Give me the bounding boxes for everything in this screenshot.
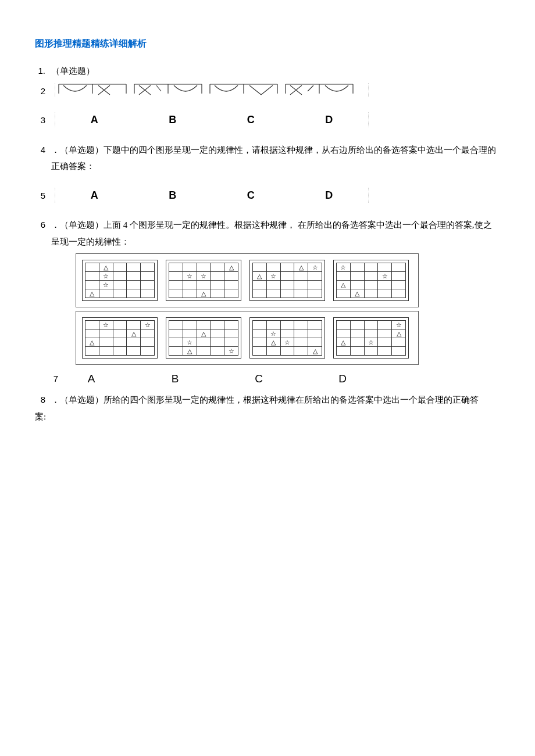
grid-label-b[interactable]: B	[137, 368, 213, 389]
q1-line: 1. （单选题）	[35, 63, 500, 80]
mini-grid: ☆△△☆	[333, 317, 409, 359]
q1-text: （单选题）	[51, 63, 500, 80]
row-3-number: 3	[35, 112, 51, 129]
grid-bottom-row: ☆☆△△△☆△☆☆△☆△☆△△☆	[76, 311, 419, 365]
mini-grid: ☆△☆△	[249, 317, 325, 359]
arc-fig-d-icon	[284, 83, 354, 97]
row-3: 3 A B C D	[35, 112, 500, 129]
mini-grid: ☆☆△△	[82, 317, 158, 359]
grid-block: △☆☆△△☆☆△△☆△☆☆☆△△ ☆☆△△△☆△☆☆△☆△☆△△☆ 7 A B …	[76, 253, 500, 389]
option-d-5[interactable]: D	[290, 188, 369, 203]
q4-text: ．（单选题）下题中的四个图形呈现一定的规律性，请根据这种规律，从右边所给出的备选…	[51, 142, 500, 175]
arc-fig-b-icon	[133, 83, 203, 97]
mini-grid: △☆△☆	[166, 317, 241, 359]
option-row-3: A B C D	[55, 112, 369, 127]
mini-grid: ☆☆△△	[333, 260, 409, 301]
grid-label-c[interactable]: C	[221, 368, 297, 389]
row-2-number: 2	[35, 83, 51, 100]
q8-tail: 案:	[35, 409, 500, 425]
q6-number: 6	[35, 217, 51, 234]
q1-number: 1.	[35, 63, 51, 80]
q8-number: 8	[35, 392, 51, 409]
grid-labels: A B C D	[48, 368, 391, 389]
grid-label-d[interactable]: D	[305, 368, 380, 389]
option-b-5[interactable]: B	[134, 188, 212, 203]
option-b[interactable]: B	[134, 112, 212, 127]
row-2: 2	[35, 83, 500, 100]
arc-fig-a-icon	[58, 83, 127, 97]
option-d[interactable]: D	[290, 112, 369, 127]
mini-grid: △☆△☆	[249, 260, 325, 301]
mini-grid: △☆☆△	[82, 260, 158, 301]
grid-top-row: △☆☆△△☆☆△△☆△☆☆☆△△	[76, 253, 419, 307]
q4-number: 4	[35, 142, 51, 159]
arc-figure-row	[55, 83, 369, 97]
q4-line: 4 ．（单选题）下题中的四个图形呈现一定的规律性，请根据这种规律，从右边所给出的…	[35, 142, 500, 175]
q6-line: 6 ．（单选题）上面 4 个图形呈现一定的规律性。根据这种规律， 在所给出的备选…	[35, 217, 500, 250]
page-title: 图形推理精题精练详细解析	[35, 35, 500, 52]
option-a[interactable]: A	[55, 112, 134, 127]
option-c[interactable]: C	[212, 112, 290, 127]
grid-label-a[interactable]: A	[54, 368, 129, 389]
mini-grid: △☆☆△	[166, 260, 241, 301]
row-5: 5 A B C D	[35, 188, 500, 205]
option-c-5[interactable]: C	[212, 188, 290, 203]
option-a-5[interactable]: A	[55, 188, 134, 203]
row-5-number: 5	[35, 188, 51, 205]
q8-text: ．（单选题）所给的四个图形呈现一定的规律性，根据这种规律在所给出的备选答案中选出…	[51, 392, 500, 409]
q8-line: 8 ．（单选题）所给的四个图形呈现一定的规律性，根据这种规律在所给出的备选答案中…	[35, 392, 500, 409]
q6-text: ．（单选题）上面 4 个图形呈现一定的规律性。根据这种规律， 在所给出的备选答案…	[51, 217, 500, 250]
option-row-5: A B C D	[55, 188, 369, 203]
arc-fig-c-icon	[209, 83, 279, 97]
